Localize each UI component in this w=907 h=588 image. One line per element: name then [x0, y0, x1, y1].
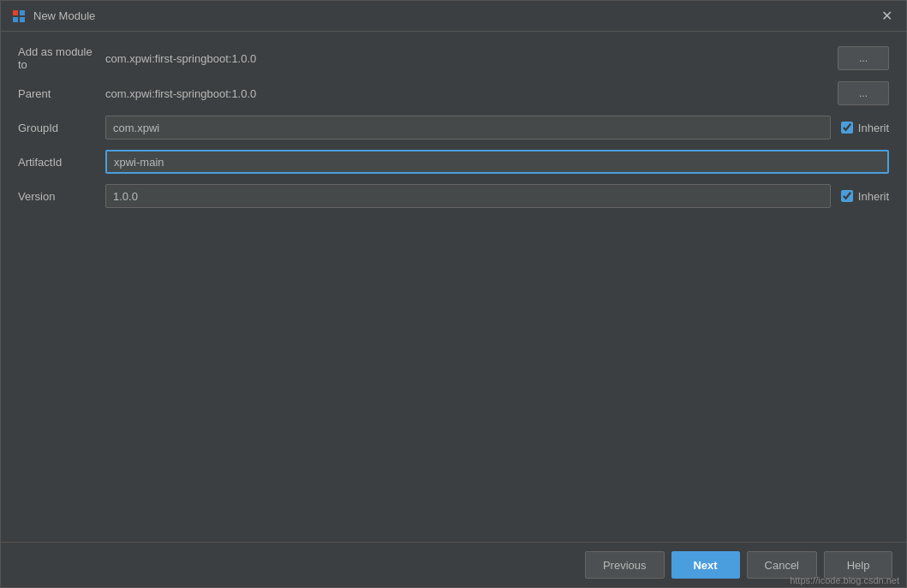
group-id-inherit-label: Inherit	[858, 122, 889, 134]
add-as-module-value: com.xpwi:first-springboot:1.0.0	[105, 52, 827, 65]
title-bar-left: New Module	[11, 9, 95, 24]
parent-row: Parent com.xpwi:first-springboot:1.0.0 .…	[18, 81, 889, 105]
group-id-row: GroupId Inherit	[18, 116, 889, 140]
group-id-inherit: Inherit	[841, 122, 889, 134]
group-id-inherit-checkbox[interactable]	[841, 122, 853, 134]
version-inherit: Inherit	[841, 190, 889, 203]
svg-rect-2	[13, 17, 18, 22]
title-bar: New Module ✕	[1, 1, 906, 32]
group-id-label: GroupId	[18, 122, 95, 134]
artifact-id-label: ArtifactId	[18, 156, 95, 169]
add-as-module-row: Add as module to com.xpwi:first-springbo…	[18, 45, 889, 71]
group-id-input[interactable]	[105, 116, 831, 140]
parent-browse-button[interactable]: ...	[838, 81, 889, 105]
svg-rect-3	[20, 17, 25, 22]
artifact-id-input[interactable]	[105, 150, 889, 174]
svg-rect-1	[20, 10, 25, 15]
add-as-module-browse-button[interactable]: ...	[838, 46, 889, 70]
dialog-footer: Previous Next Cancel Help	[1, 542, 906, 587]
new-module-dialog: New Module ✕ Add as module to com.xpwi:f…	[0, 0, 907, 588]
artifact-id-row: ArtifactId	[18, 150, 889, 174]
version-inherit-checkbox[interactable]	[841, 190, 853, 202]
watermark: https://icode.blog.csdn.net	[790, 575, 899, 585]
previous-button[interactable]: Previous	[585, 551, 665, 579]
svg-rect-0	[13, 10, 18, 15]
next-button[interactable]: Next	[671, 551, 740, 579]
module-icon	[11, 9, 27, 24]
add-as-module-label: Add as module to	[18, 45, 95, 71]
form-content: Add as module to com.xpwi:first-springbo…	[1, 32, 906, 542]
parent-label: Parent	[18, 87, 95, 100]
version-input[interactable]	[105, 184, 831, 208]
parent-value: com.xpwi:first-springboot:1.0.0	[105, 87, 827, 100]
version-inherit-label: Inherit	[858, 190, 889, 203]
version-label: Version	[18, 190, 95, 203]
close-button[interactable]: ✕	[877, 7, 896, 26]
version-row: Version Inherit	[18, 184, 889, 208]
dialog-title: New Module	[33, 9, 95, 22]
